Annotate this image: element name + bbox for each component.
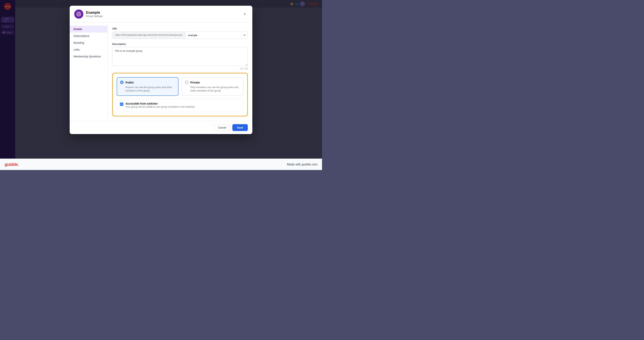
visibility-container: Public Anyone can see the group posts an… xyxy=(112,73,248,116)
nav-item-subscriptions[interactable]: Subscriptions xyxy=(70,32,108,39)
private-option-description: Only members can see the group posts and… xyxy=(185,86,240,92)
nav-branding-label: Branding xyxy=(74,41,84,44)
public-option-description: Anyone can see the group posts and other… xyxy=(120,86,175,92)
private-option-header: Private xyxy=(185,81,240,84)
private-option[interactable]: Private Only members can see the group p… xyxy=(182,77,244,96)
modal-overlay: Example Group Settings × Details Subscri… xyxy=(0,0,322,170)
switcher-checkbox: ✓ xyxy=(120,102,123,106)
nav-item-details[interactable]: Details xyxy=(70,26,108,32)
private-option-title: Private xyxy=(190,81,200,84)
char-count: 25 / 150 xyxy=(112,67,248,70)
yellow-arrow-annotation xyxy=(108,80,112,96)
modal-title-text: Example Group Settings xyxy=(86,11,102,17)
modal-header: Example Group Settings × xyxy=(70,6,252,23)
save-label: Save xyxy=(237,126,243,129)
modal-footer: Cancel Save xyxy=(70,121,252,134)
nav-links-label: Links xyxy=(74,48,80,51)
modal-title: Example xyxy=(86,11,102,15)
nav-item-membership-questions[interactable]: Membership Questions xyxy=(70,53,108,60)
url-label: URL xyxy=(112,27,248,30)
url-slug-input[interactable] xyxy=(185,32,241,39)
guidde-logo: guidde. xyxy=(4,162,19,167)
url-field: https://f4rkivqsxjazikcmajiw.app.clientc… xyxy=(112,31,248,39)
url-copy-button[interactable]: ⧉ xyxy=(241,32,248,39)
nav-item-branding[interactable]: Branding xyxy=(70,39,108,46)
switcher-description: Your group will be visible to non group … xyxy=(126,105,195,109)
nav-details-label: Details xyxy=(74,27,82,31)
nav-item-links[interactable]: Links xyxy=(70,46,108,53)
settings-modal: Example Group Settings × Details Subscri… xyxy=(70,6,252,134)
private-radio xyxy=(185,81,188,84)
nav-membership-label: Membership Questions xyxy=(74,55,101,58)
save-button[interactable]: Save xyxy=(232,124,248,131)
checkmark-icon: ✓ xyxy=(121,103,122,105)
modal-subtitle: Group Settings xyxy=(86,15,102,17)
guidde-bar: guidde. Made with guidde.com xyxy=(0,159,322,170)
guidde-tagline: Made with guidde.com xyxy=(287,163,318,166)
visibility-options: Public Anyone can see the group posts an… xyxy=(117,77,244,96)
modal-body: Details Subscriptions Branding Links Mem… xyxy=(70,23,252,121)
nav-subscriptions-label: Subscriptions xyxy=(74,34,90,37)
public-option-header: Public xyxy=(120,81,175,84)
description-label: Description xyxy=(112,43,248,45)
modal-title-area: Example Group Settings xyxy=(74,9,102,19)
switcher-text-area: Accessible from switcher Your group will… xyxy=(126,102,195,109)
url-prefix: https://f4rkivqsxjazikcmajiw.app.clientc… xyxy=(112,32,185,39)
arrow-svg xyxy=(108,80,112,96)
public-radio xyxy=(120,81,124,84)
group-icon-svg xyxy=(76,11,82,17)
public-option[interactable]: Public Anyone can see the group posts an… xyxy=(117,77,178,96)
close-button[interactable]: × xyxy=(242,11,248,17)
group-icon xyxy=(74,9,83,19)
close-icon: × xyxy=(244,12,246,16)
modal-main: URL https://f4rkivqsxjazikcmajiw.app.cli… xyxy=(108,23,252,121)
cancel-label: Cancel xyxy=(218,126,226,129)
svg-point-0 xyxy=(77,12,81,16)
modal-sidebar: Details Subscriptions Branding Links Mem… xyxy=(70,23,108,121)
switcher-option[interactable]: ✓ Accessible from switcher Your group wi… xyxy=(117,99,244,112)
copy-icon: ⧉ xyxy=(244,34,245,36)
visibility-section: Public Anyone can see the group posts an… xyxy=(112,73,248,116)
public-option-title: Public xyxy=(126,81,134,84)
cancel-button[interactable]: Cancel xyxy=(214,124,230,131)
description-textarea[interactable]: This is an example group. xyxy=(112,47,248,66)
switcher-title: Accessible from switcher xyxy=(126,102,195,105)
